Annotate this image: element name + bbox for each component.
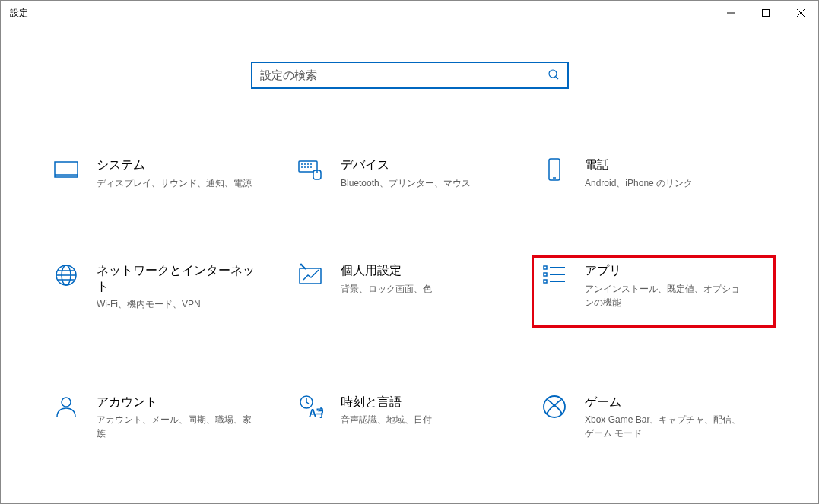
category-desc: Xbox Game Bar、キャプチャ、配信、ゲーム モード [585, 413, 744, 440]
category-gaming[interactable]: ゲーム Xbox Game Bar、キャプチャ、配信、ゲーム モード [532, 387, 776, 447]
category-desc: 音声認識、地域、日付 [341, 413, 432, 426]
person-icon [52, 393, 80, 420]
category-title: ネットワークとインターネット [97, 263, 256, 295]
minimize-button[interactable] [713, 1, 748, 25]
category-desc: Wi-Fi、機内モード、VPN [97, 297, 256, 311]
svg-rect-10 [544, 266, 547, 269]
svg-text:A字: A字 [309, 407, 323, 419]
display-icon [52, 156, 80, 183]
category-title: 電話 [585, 157, 693, 173]
svg-rect-5 [549, 159, 560, 180]
category-title: ゲーム [585, 395, 744, 410]
globe-icon [52, 262, 80, 289]
category-desc: 背景、ロック画面、色 [341, 282, 432, 296]
svg-rect-11 [544, 273, 547, 276]
category-personalization[interactable]: 個人用設定 背景、ロック画面、色 [287, 255, 532, 328]
category-accounts[interactable]: アカウント アカウント、メール、同期、職場、家族 [43, 387, 287, 447]
svg-point-9 [300, 263, 303, 265]
search-icon [548, 68, 560, 83]
category-desc: アカウント、メール、同期、職場、家族 [97, 413, 256, 440]
category-desc: Android、iPhone のリンク [585, 176, 693, 190]
time-language-icon: A字 [297, 393, 324, 420]
category-title: アカウント [97, 395, 256, 410]
category-title: 時刻と言語 [341, 395, 432, 410]
svg-rect-0 [763, 10, 770, 17]
keyboard-icon [297, 156, 324, 183]
window-title: 設定 [10, 7, 28, 20]
category-title: デバイス [341, 157, 471, 173]
category-desc: ディスプレイ、サウンド、通知、電源 [97, 176, 252, 190]
titlebar: 設定 [1, 1, 818, 25]
category-title: 個人用設定 [341, 263, 432, 279]
category-desc: Bluetooth、プリンター、マウス [341, 176, 471, 190]
category-title: システム [97, 157, 252, 173]
category-devices[interactable]: デバイス Bluetooth、プリンター、マウス [287, 150, 532, 196]
category-time-language[interactable]: A字 時刻と言語 音声認識、地域、日付 [287, 387, 532, 447]
category-desc: アンインストール、既定値、オプションの機能 [585, 282, 744, 309]
close-button[interactable] [783, 1, 818, 25]
xbox-icon [541, 393, 568, 420]
svg-point-13 [62, 398, 71, 407]
maximize-button[interactable] [748, 1, 783, 25]
apps-list-icon [541, 262, 568, 289]
category-network[interactable]: ネットワークとインターネット Wi-Fi、機内モード、VPN [43, 255, 287, 328]
search-input[interactable]: 設定の検索 [251, 62, 569, 89]
phone-icon [541, 156, 568, 183]
category-apps[interactable]: アプリ アンインストール、既定値、オプションの機能 [532, 255, 776, 328]
search-placeholder: 設定の検索 [260, 68, 317, 83]
category-system[interactable]: システム ディスプレイ、サウンド、通知、電源 [43, 150, 287, 196]
paint-icon [297, 262, 324, 289]
svg-rect-12 [544, 280, 547, 283]
category-phone[interactable]: 電話 Android、iPhone のリンク [532, 150, 776, 196]
window-controls [713, 1, 818, 25]
category-grid: システム ディスプレイ、サウンド、通知、電源 デバイス Bluetooth、プリ… [31, 150, 788, 504]
category-title: アプリ [585, 263, 744, 279]
